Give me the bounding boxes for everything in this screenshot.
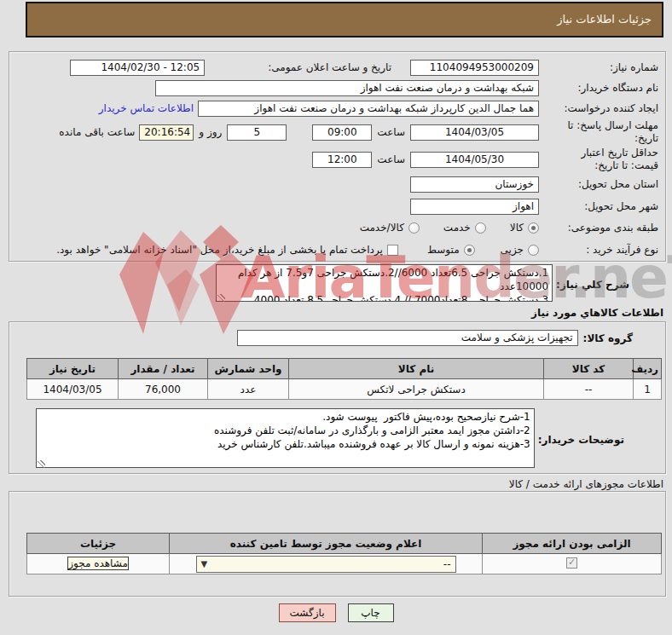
buyer-org-row: نام دستگاه خریدار: شبکه بهداشت و درمان ص… [16,78,658,98]
cell-count-unit: عدد [208,379,289,400]
delivery-city-row: شهر محل تحویل: اهواز [16,195,658,217]
radio-medium-label: متوسط [427,244,460,256]
col-license-required: الزامی بودن ارائه مجوز [483,534,662,554]
col-goods-code: کد کالا [544,359,634,379]
price-validity-date-field[interactable]: 1404/05/30 [410,152,539,168]
request-creator-row: ایجاد کننده درخواست: هما جمال الدین کارپ… [16,98,658,118]
remaining-days-label: روز و [199,126,222,138]
price-validity-time-field[interactable]: 12:00 [312,152,372,168]
print-button[interactable]: چاپ [348,603,394,622]
chevron-down-icon: ▼ [201,559,208,569]
cell-goods-name: دستکش جراحی لاتکس [289,379,544,400]
buyer-notes-label: توضیحات خریدار: [538,434,624,446]
col-count-unit: واحد شمارش [208,359,289,379]
goods-group-field[interactable]: تجهیزات پزشکی و سلامت [237,330,578,346]
reply-deadline-date-field[interactable]: 1404/03/05 [410,124,539,141]
buyer-org-field[interactable]: شبکه بهداشت و درمان صنعت نفت اهواز [155,80,539,96]
announce-datetime-field[interactable]: 1404/02/30 - 12:05 [70,60,205,76]
goods-info-panel: گروه کالا: تجهیزات پزشکی و سلامت ردیف کد… [9,321,666,474]
goods-table-row[interactable]: 1 -- دستکش جراحی لاتکس عدد 76,000 1404/0… [27,379,662,400]
delivery-province-row: استان محل تحویل: خوزستان [16,173,658,195]
delivery-province-field[interactable]: خوزستان [410,176,539,193]
buyer-org-label: نام دستگاه خریدار: [559,82,658,95]
radio-partial[interactable]: جزیی [501,244,539,256]
treasury-checkbox-option[interactable]: پرداخت تمام یا بخشی از مبلغ خرید،از محل … [56,244,398,256]
col-need-date: تاریخ نیاز [27,359,119,379]
request-creator-label: ایجاد کننده درخواست: [559,102,658,115]
announce-datetime-label: تاریخ و ساعت اعلان عمومی: [268,61,391,73]
cell-license-required [483,554,662,574]
page-title: جزئیات اطلاعات نیاز [26,2,663,38]
license-table: الزامی بودن ارائه مجوز اعلام وضعیت مجوز … [26,533,662,574]
request-creator-field[interactable]: هما جمال الدین کارپرداز شبکه بهداشت و در… [198,101,539,117]
delivery-province-label: استان محل تحویل: [559,178,658,191]
col-license-status: اعلام وضعیت مجوز توسط تامین کننده [170,534,483,554]
radio-goods[interactable]: کالا [510,222,539,234]
radio-service-icon[interactable] [475,222,486,234]
need-info-panel: شماره نیاز: 1104094953000209 تاریخ و ساع… [9,51,666,262]
goods-group-row: گروه کالا: تجهیزات پزشکی و سلامت [9,330,665,346]
col-license-details: جزئیات [27,534,170,554]
reply-deadline-time-field[interactable]: 09:00 [312,124,372,141]
process-type-label: نوع فرآیند خرید : [559,244,658,257]
delivery-city-label: شهر محل تحویل: [559,200,658,213]
col-goods-name: نام کالا [289,359,544,379]
price-validity-time-label: ساعت [377,153,405,165]
radio-service[interactable]: خدمت [443,222,486,234]
radio-medium[interactable]: متوسط [427,244,475,256]
license-required-checkbox[interactable] [566,557,577,569]
radio-goods-service-icon[interactable] [408,222,420,234]
need-details-page: جزئیات اطلاعات نیاز شماره نیاز: 11040949… [0,0,672,635]
need-number-label: شماره نیاز: [559,61,658,74]
radio-partial-label: جزیی [501,244,524,256]
goods-table: ردیف کد کالا نام کالا واحد شمارش تعداد /… [26,358,662,400]
treasury-checkbox[interactable] [387,245,398,256]
cell-goods-code: -- [544,379,634,400]
reply-deadline-label: مهلت ارسال پاسخ: تا تاریخ: [559,119,658,145]
radio-goods-label: کالا [510,222,524,234]
license-info-section-title: اطلاعات مجوزهای ارائه خدمت / کالا [509,478,663,490]
classification-label: طبقه بندی موضوعی: [559,222,658,234]
need-number-field[interactable]: 1104094953000209 [410,60,539,76]
col-quantity: تعداد / مقدار [119,359,208,379]
goods-group-label: گروه کالا: [583,332,633,344]
buyer-notes-row: توضیحات خریدار: 1-شرح نیازصحیح بوده،پیش … [9,408,665,470]
license-table-header-row: الزامی بودن ارائه مجوز اعلام وضعیت مجوز … [27,534,662,554]
license-status-value: -- [443,558,451,570]
cell-license-status: -- ▼ [170,554,483,574]
col-row-number: ردیف [634,359,662,379]
footer-buttons: چاپ بازگشت [0,603,672,622]
goods-table-header-row: ردیف کد کالا نام کالا واحد شمارش تعداد /… [27,359,662,379]
countdown-timer-field: 20:16:54 [139,124,194,141]
license-table-row: -- ▼ مشاهده مجوز [27,554,662,574]
cell-need-date: 1404/03/05 [27,379,119,400]
goods-info-section-title: اطلاعات کالاهاي مورد نیاز [531,307,663,319]
radio-medium-icon[interactable] [464,245,475,256]
need-description-label: شرح کلي نیاز: [556,279,629,291]
delivery-city-field[interactable]: اهواز [410,199,539,215]
need-description-textarea[interactable]: 1.دستکش جراحی 6.5تعداد 6000//2.دستکش جرا… [216,264,553,302]
radio-goods-icon[interactable] [528,222,539,234]
remaining-hours-label: ساعت باقی مانده [59,126,135,138]
classification-row: طبقه بندی موضوعی: کالا خدمت کالا/خدمت [16,217,658,238]
remaining-days-field[interactable]: 5 [227,124,287,141]
license-info-panel: الزامی بودن ارائه مجوز اعلام وضعیت مجوز … [9,491,666,597]
need-number-row: شماره نیاز: 1104094953000209 تاریخ و ساع… [16,57,658,78]
buyer-notes-textarea[interactable]: 1-شرح نیازصحیح بوده،پیش فاکتور پیوست شود… [36,408,535,468]
cell-row-number: 1 [634,379,662,400]
cell-license-details: مشاهده مجوز [27,554,170,574]
cell-quantity: 76,000 [119,379,208,400]
price-validity-row: حداقل تاریخ اعتبار قیمت: تا تاریخ: 1404/… [16,146,658,173]
buyer-contact-link[interactable]: اطلاعات تماس خریدار [99,102,194,114]
radio-partial-icon[interactable] [528,245,539,256]
radio-service-label: خدمت [443,222,471,234]
radio-goods-service-label: کالا/خدمت [360,222,404,234]
price-validity-label: حداقل تاریخ اعتبار قیمت: تا تاریخ: [559,147,658,172]
license-status-select[interactable]: -- ▼ [196,556,456,573]
treasury-checkbox-label: پرداخت تمام یا بخشی از مبلغ خرید،از محل … [56,244,383,256]
reply-deadline-row: مهلت ارسال پاسخ: تا تاریخ: 1404/03/05 سا… [16,118,658,146]
view-license-button[interactable]: مشاهده مجوز [67,557,129,570]
radio-goods-service[interactable]: کالا/خدمت [360,222,420,234]
back-button[interactable]: بازگشت [279,603,336,622]
process-type-row: نوع فرآیند خرید : جزیی متوسط پرداخت تمام… [16,238,658,262]
